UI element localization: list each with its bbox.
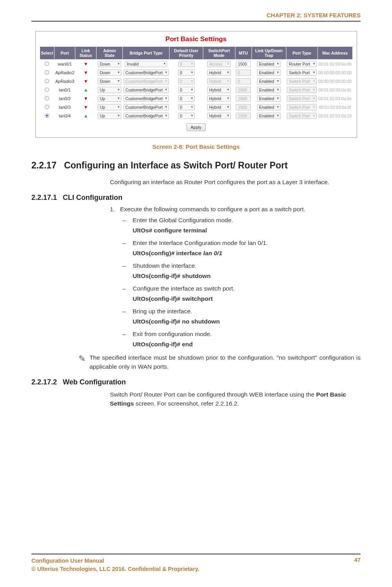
switchport-mode-select[interactable]: Hybrid bbox=[207, 69, 231, 76]
subsection-1-num: 2.2.17.1 bbox=[31, 194, 57, 201]
column-header: Port bbox=[55, 47, 75, 60]
mac-address: 00:01:02:03:0a:10 bbox=[318, 113, 352, 118]
note-block: ✎ The specified interface must be shutdo… bbox=[78, 353, 361, 371]
admin-state-select[interactable]: Down bbox=[98, 78, 121, 84]
port-table: SelectPortLink StatusAdmin StateBridge P… bbox=[40, 46, 353, 120]
port-type-select: Switch Port bbox=[287, 87, 317, 93]
mtu-input: 1500 bbox=[236, 95, 251, 102]
mtu-input: 1500 bbox=[236, 113, 251, 119]
bridge-port-type-select[interactable]: CustomerBridgePort bbox=[124, 113, 169, 119]
port-name: lan0/2 bbox=[59, 96, 71, 101]
link-trap-select[interactable]: Enabled bbox=[257, 69, 281, 76]
subsection-2-num: 2.2.17.2 bbox=[31, 378, 57, 386]
cli-substep-text: Bring up the interface. bbox=[133, 308, 192, 315]
link-up-icon: ▲ bbox=[84, 113, 88, 119]
subsection-2-body: Switch Port/ Router Port can be configur… bbox=[110, 390, 361, 408]
cli-substep-text: Enter the Interface Configuration mode f… bbox=[133, 240, 268, 247]
admin-state-select[interactable]: Up bbox=[98, 113, 121, 119]
footer-manual-title: Configuration User Manual bbox=[31, 557, 199, 565]
cli-command: UltOs# configure terminal bbox=[133, 227, 361, 234]
cli-substep: –Configure the interface as switch port. bbox=[122, 285, 361, 292]
column-header: Link Up/Down Trap bbox=[252, 47, 286, 60]
footer-copyright: © Ulterius Technologies, LLC 2016. Confi… bbox=[31, 565, 199, 573]
port-type-select: Switch Port bbox=[287, 104, 317, 110]
apply-button[interactable]: Apply bbox=[186, 123, 206, 131]
cli-substep: –Enter the Global Configuration mode. bbox=[122, 217, 361, 224]
mtu-input: 1500 bbox=[236, 104, 251, 110]
priority-select[interactable]: 0 bbox=[178, 104, 195, 110]
port-type-select: Switch Port bbox=[287, 113, 317, 119]
port-type-select[interactable]: Router Port bbox=[287, 61, 317, 67]
link-trap-select[interactable]: Enabled bbox=[257, 78, 281, 84]
switchport-mode-select: Hybrid bbox=[207, 78, 231, 84]
step-text: Execute the following commands to config… bbox=[120, 206, 305, 213]
bridge-port-type-select[interactable]: CustomerBridgePort bbox=[124, 104, 169, 110]
select-radio[interactable] bbox=[45, 96, 49, 101]
note-text: The specified interface must be shutdown… bbox=[89, 353, 361, 371]
select-radio[interactable] bbox=[45, 79, 49, 83]
admin-state-select[interactable]: Down bbox=[98, 61, 121, 67]
screenshot-title: Port Basic Settings bbox=[40, 35, 353, 43]
link-trap-select[interactable]: Enabled bbox=[257, 95, 281, 102]
port-name: lan0/3 bbox=[59, 105, 71, 110]
pencil-icon: ✎ bbox=[78, 353, 86, 365]
section-num: 2.2.17 bbox=[31, 160, 57, 170]
column-header: SwitchPort Mode bbox=[203, 47, 235, 60]
priority-select: 0 bbox=[178, 78, 195, 84]
switchport-mode-select[interactable]: Hybrid bbox=[207, 95, 231, 102]
column-header: MTU bbox=[235, 47, 252, 60]
admin-state-select[interactable]: Down bbox=[98, 69, 121, 76]
priority-select[interactable]: 0 bbox=[178, 87, 195, 93]
link-down-icon: ▼ bbox=[84, 104, 88, 110]
cli-command: UltOs(config-if)# end bbox=[133, 341, 361, 348]
bridge-port-type-select[interactable]: CustomerBridgePort bbox=[124, 87, 169, 93]
port-type-select[interactable]: Switch Port bbox=[287, 69, 317, 76]
link-trap-select[interactable]: Enabled bbox=[257, 104, 281, 110]
link-trap-select[interactable]: Enabled bbox=[257, 87, 281, 93]
select-radio[interactable] bbox=[45, 113, 49, 118]
admin-state-select[interactable]: Up bbox=[98, 104, 121, 110]
bridge-port-type-select: CustomerBridgePort bbox=[124, 78, 169, 84]
column-header: Admin State bbox=[97, 47, 123, 60]
mtu-input: 0 bbox=[236, 78, 251, 84]
admin-state-select[interactable]: Up bbox=[98, 95, 121, 102]
cli-substep-text: Configure the interface as switch port. bbox=[133, 285, 235, 292]
port-name: ApRadio3 bbox=[55, 79, 74, 84]
link-up-icon: ▲ bbox=[84, 87, 88, 93]
link-trap-select[interactable]: Enabled bbox=[257, 61, 281, 67]
column-header: Default User Priority bbox=[170, 47, 203, 60]
priority-select[interactable]: 0 bbox=[178, 95, 195, 102]
table-row: lan0/2▼UpCustomerBridgePort0Hybrid1500En… bbox=[40, 94, 352, 103]
mac-address: 00:00:00:00:00:00 bbox=[318, 70, 352, 75]
cli-substep-text: Enter the Global Configuration mode. bbox=[133, 217, 233, 224]
mtu-input[interactable]: 1500 bbox=[236, 61, 251, 67]
priority-select[interactable]: 0 bbox=[178, 113, 195, 119]
select-radio[interactable] bbox=[45, 105, 49, 109]
switchport-mode-select[interactable]: Hybrid bbox=[207, 113, 231, 119]
mac-address: 00:00:00:00:00:00 bbox=[318, 79, 352, 84]
bridge-port-type-select[interactable]: CustomerBridgePort bbox=[124, 95, 169, 102]
mac-address: 00:01:02:03:0a:0f bbox=[319, 105, 351, 110]
bridge-port-type-select[interactable]: Invalid bbox=[125, 61, 167, 67]
cli-command: UltOs(config-if)# no shutdown bbox=[133, 318, 361, 325]
priority-select: 0 bbox=[178, 61, 195, 67]
switchport-mode-select[interactable]: Hybrid bbox=[207, 104, 231, 110]
port-name: ApRadio2 bbox=[55, 70, 74, 75]
cli-command: UltOs(config-if)# shutdown bbox=[133, 272, 361, 280]
cli-substep: –Bring up the interface. bbox=[122, 308, 361, 315]
select-radio[interactable] bbox=[45, 70, 49, 75]
priority-select[interactable]: 0 bbox=[178, 69, 195, 76]
column-header: Link Status bbox=[75, 47, 97, 60]
switchport-mode-select[interactable]: Hybrid bbox=[207, 87, 231, 93]
port-name: wan0/1 bbox=[58, 62, 71, 66]
switchport-mode-select: Access bbox=[207, 61, 231, 67]
select-radio[interactable] bbox=[45, 88, 49, 92]
cli-substep-text: Exit from configuration mode. bbox=[133, 331, 212, 338]
link-trap-select[interactable]: Enabled bbox=[257, 113, 281, 119]
bridge-port-type-select[interactable]: CustomerBridgePort bbox=[124, 69, 169, 76]
link-down-icon: ▼ bbox=[84, 61, 88, 67]
admin-state-select[interactable]: Up bbox=[98, 87, 121, 93]
select-radio[interactable] bbox=[45, 62, 49, 66]
cli-substep: –Exit from configuration mode. bbox=[122, 331, 361, 338]
mtu-input: 1500 bbox=[236, 87, 251, 93]
